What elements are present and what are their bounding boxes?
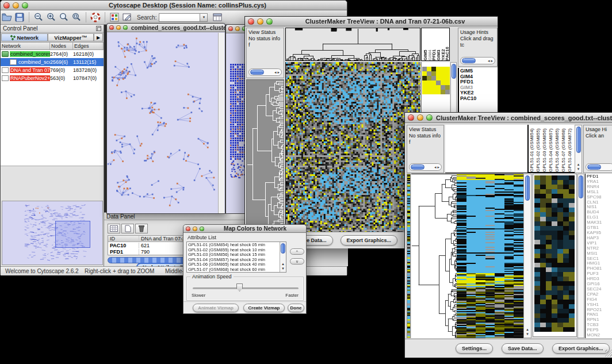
gene-dendrogram-canvas[interactable] <box>246 79 284 232</box>
scrollbar-thumb[interactable] <box>525 175 530 201</box>
scroll-down-icon[interactable]: ▾ <box>577 167 580 171</box>
array-label[interactable]: GIM3 <box>436 28 441 60</box>
network-view-titlebar[interactable]: combined_scores_good.txt--cluste... <box>107 24 225 32</box>
zoom-selected-icon[interactable] <box>70 12 83 23</box>
close-button[interactable] <box>3 2 10 9</box>
array-label[interactable]: PFD1 <box>431 28 436 60</box>
scrollbar-thumb[interactable] <box>576 127 581 153</box>
scroll-right-icon[interactable]: ▸ <box>437 165 440 169</box>
export-graphics-button[interactable]: Export Graphics... <box>552 343 610 354</box>
zoom-heatmap-canvas[interactable] <box>533 174 577 337</box>
animate-vizmap-button[interactable]: Animate Vizmap <box>193 304 239 312</box>
maximize-button[interactable] <box>200 227 204 231</box>
scrollbar-thumb[interactable] <box>579 175 583 198</box>
correlation-matrix-canvas[interactable] <box>422 67 450 94</box>
close-button[interactable] <box>186 227 190 231</box>
scrollbar-thumb[interactable] <box>250 70 264 75</box>
heatmap-canvas[interactable] <box>285 62 420 232</box>
minimize-button[interactable] <box>116 25 121 30</box>
close-button[interactable] <box>228 26 233 31</box>
scroll-up-icon[interactable]: ▴ <box>282 262 284 266</box>
move-up-button[interactable]: ^ <box>290 248 304 255</box>
dialog-titlebar[interactable]: Map Colors to Network <box>183 225 306 233</box>
array-label[interactable]: GPL51-08 (GSM872) <box>567 125 573 172</box>
scrollbar-thumb[interactable] <box>587 164 601 170</box>
maximize-button[interactable] <box>426 114 433 121</box>
array-label[interactable]: GPL51-02 (GSM855) <box>536 125 542 172</box>
delete-attribute-icon[interactable] <box>135 224 148 233</box>
speed-slider-thumb[interactable] <box>236 283 243 292</box>
scroll-down-icon[interactable]: ▾ <box>526 332 529 336</box>
attribute-list-item[interactable]: GPL51-07 (GSM868) heat shock 60 min <box>188 267 279 273</box>
export-graphics-button[interactable]: Export Graphics... <box>341 235 398 246</box>
new-attribute-icon[interactable] <box>121 224 134 233</box>
save-icon[interactable] <box>13 12 26 23</box>
global-overview-strip-canvas[interactable] <box>407 174 411 338</box>
vertical-scrollbar[interactable]: ▴ ▾ <box>280 242 286 272</box>
vertical-scrollbar[interactable] <box>577 174 584 338</box>
horizontal-scrollbar[interactable]: ◂ ▸ <box>248 68 282 76</box>
minimize-button[interactable] <box>417 114 423 121</box>
gene-label[interactable]: PAC10 <box>460 96 498 102</box>
horizontal-scrollbar[interactable] <box>586 163 612 171</box>
table-icon[interactable] <box>211 12 224 23</box>
minimize-button[interactable] <box>13 2 19 9</box>
zoom-out-icon[interactable] <box>32 12 45 23</box>
settings-button[interactable]: Settings... <box>456 343 493 354</box>
minimize-button[interactable] <box>235 26 240 31</box>
attribute-select-icon[interactable] <box>108 224 120 233</box>
speed-slider[interactable] <box>193 288 299 289</box>
minimize-button[interactable] <box>257 18 263 25</box>
scroll-down-icon[interactable]: ▾ <box>282 266 284 271</box>
move-down-button[interactable]: v <box>290 258 304 265</box>
main-titlebar[interactable]: Cytoscape Desktop (Session Name: collins… <box>1 1 347 10</box>
annotation-icon[interactable] <box>121 12 133 23</box>
network-view-canvas[interactable] <box>108 33 219 213</box>
horizontal-scrollbar[interactable]: ◂ ▸ <box>409 163 442 171</box>
vertical-scrollbar[interactable]: ▴ ▾ <box>523 174 531 338</box>
network-overview-canvas[interactable] <box>2 201 102 265</box>
vizmapper-icon[interactable] <box>108 12 121 23</box>
scroll-up-icon[interactable]: ▴ <box>526 327 529 332</box>
tab-overflow-arrow[interactable]: ▶ <box>94 33 103 41</box>
network-view-scrollbar[interactable] <box>218 33 224 213</box>
array-label[interactable]: GIM5 <box>423 28 427 60</box>
close-button[interactable] <box>248 18 254 25</box>
scrollbar-thumb[interactable] <box>281 243 285 254</box>
open-folder-icon[interactable] <box>1 12 13 23</box>
network-table-row[interactable]: DNA and Tran 07 769(0) 183728(0) <box>1 66 104 74</box>
resize-grip[interactable] <box>605 350 612 357</box>
network-table-row[interactable]: RNAPuberNov2+ 563(0) 107847(0) <box>1 74 104 82</box>
scrollbar-thumb[interactable] <box>452 64 456 79</box>
minimize-button[interactable] <box>193 227 197 231</box>
scrollbar-thumb[interactable] <box>411 164 424 170</box>
close-button[interactable] <box>109 25 114 30</box>
save-data-button[interactable]: Save Data... <box>502 343 544 354</box>
array-label[interactable]: GPL51-03 (GSM856) <box>542 125 548 172</box>
array-dendrogram-canvas[interactable] <box>285 28 420 61</box>
float-panel-icon[interactable] <box>96 26 101 31</box>
array-label[interactable]: PAC10 <box>445 28 449 60</box>
network-table-row[interactable]: combined_sco 2569(6) 13112(15) <box>1 58 104 66</box>
tab-vizmapper[interactable]: VizMapper™ <box>48 33 94 41</box>
gene-dendrogram-canvas[interactable] <box>411 174 457 338</box>
scroll-right-icon[interactable]: ▸ <box>490 59 494 63</box>
array-label[interactable]: GPL51-01 (GSM854) <box>529 125 536 172</box>
network-overview-panel[interactable] <box>2 201 103 265</box>
horizontal-scrollbar[interactable]: ◂ ▸ <box>460 57 495 64</box>
heatmap-canvas[interactable] <box>457 174 523 338</box>
close-button[interactable] <box>408 114 414 121</box>
scrollbar-thumb[interactable] <box>462 58 476 63</box>
scroll-up-icon[interactable]: ▴ <box>577 162 580 167</box>
zoom-fit-icon[interactable] <box>58 12 70 23</box>
treeview1-titlebar[interactable]: ClusterMaker TreeView : DNA and Tran 07-… <box>245 17 498 26</box>
done-button[interactable]: Done <box>288 304 304 312</box>
array-label[interactable]: GPL51-07 (GSM868) <box>561 125 567 172</box>
create-vizmap-button[interactable]: Create Vizmap <box>243 304 285 312</box>
array-label[interactable]: GPL51-06 (GSM865) <box>554 125 561 172</box>
gene-label[interactable]: MON2 <box>587 333 612 338</box>
maximize-button[interactable] <box>22 2 28 9</box>
zoom-in-icon[interactable] <box>45 12 58 23</box>
maximize-button[interactable] <box>266 18 273 25</box>
network-table-row[interactable]: combined_scores 2764(0) 16218(0) <box>1 50 104 58</box>
